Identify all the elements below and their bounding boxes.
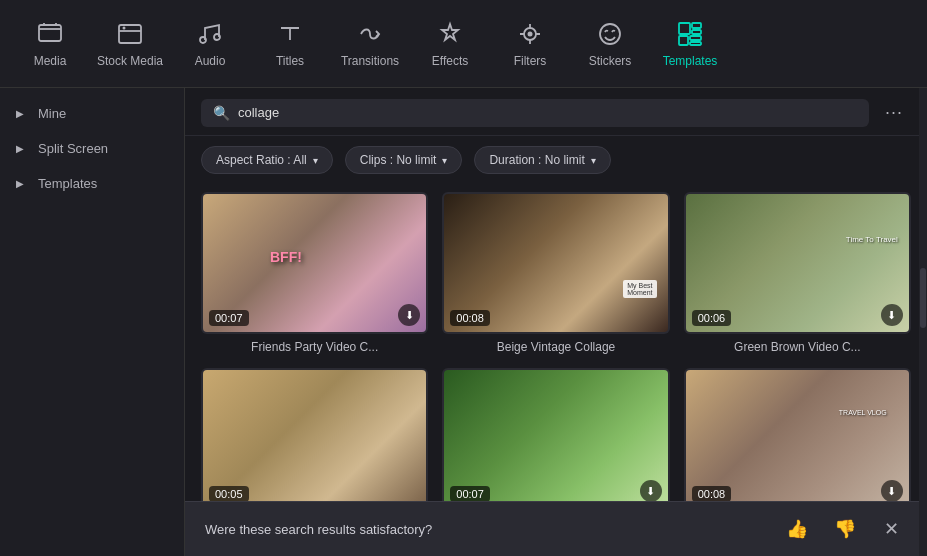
sidebar-label-mine: Mine <box>38 106 66 121</box>
nav-label-templates: Templates <box>663 54 718 68</box>
feedback-text: Were these search results satisfactory? <box>205 522 766 537</box>
duration-filter[interactable]: Duration : No limit ▾ <box>474 146 610 174</box>
svg-rect-8 <box>679 23 690 34</box>
svg-rect-9 <box>692 23 701 28</box>
svg-point-2 <box>123 26 126 29</box>
nav-item-media[interactable]: Media <box>10 4 90 84</box>
thumb-image: My BestMoment 00:08 <box>444 194 667 332</box>
aspect-ratio-filter[interactable]: Aspect Ratio : All ▾ <box>201 146 333 174</box>
template-name: Green Brown Video C... <box>684 340 911 354</box>
chevron-right-icon-2: ▶ <box>16 143 24 154</box>
nav-label-transitions: Transitions <box>341 54 399 68</box>
chevron-right-icon-3: ▶ <box>16 178 24 189</box>
sidebar-label-templates: Templates <box>38 176 97 191</box>
thumb-image: 00:07 ⬇ <box>444 370 667 501</box>
nav-label-filters: Filters <box>514 54 547 68</box>
nav-label-effects: Effects <box>432 54 468 68</box>
svg-point-3 <box>200 37 206 43</box>
more-options-button[interactable]: ··· <box>877 98 911 127</box>
chevron-down-icon-3: ▾ <box>591 155 596 166</box>
thumbs-up-button[interactable]: 👍 <box>780 516 814 542</box>
list-item[interactable]: 00:05 Retro Recording Hand... <box>201 368 428 501</box>
right-panel: 🔍 ··· Aspect Ratio : All ▾ Clips : No li… <box>185 88 927 556</box>
top-nav: Media Stock Media Audio Titles Transitio… <box>0 0 927 88</box>
sidebar-item-templates[interactable]: ▶ Templates <box>0 166 184 201</box>
nav-item-templates[interactable]: Templates <box>650 4 730 84</box>
nav-item-titles[interactable]: Titles <box>250 4 330 84</box>
aspect-ratio-label: Aspect Ratio : All <box>216 153 307 167</box>
nav-label-media: Media <box>34 54 67 68</box>
feedback-bar: Were these search results satisfactory? … <box>185 501 927 556</box>
list-item[interactable]: BFF! 00:07 ⬇ Friends Party Video C... <box>201 192 428 354</box>
duration-badge: 00:08 <box>692 486 732 501</box>
svg-rect-12 <box>690 36 701 40</box>
svg-point-6 <box>528 31 533 36</box>
thumbs-down-button[interactable]: 👎 <box>828 516 862 542</box>
nav-item-transitions[interactable]: Transitions <box>330 4 410 84</box>
duration-label: Duration : No limit <box>489 153 584 167</box>
search-input-wrapper[interactable]: 🔍 <box>201 99 869 127</box>
thumbnail: Time To Travel 00:06 ⬇ <box>684 192 911 334</box>
duration-badge: 00:08 <box>450 310 490 326</box>
nav-item-effects[interactable]: Effects <box>410 4 490 84</box>
duration-badge: 00:07 <box>450 486 490 501</box>
sidebar-item-split-screen[interactable]: ▶ Split Screen <box>0 131 184 166</box>
scrollbar-track <box>919 88 927 556</box>
svg-point-4 <box>214 34 220 40</box>
filter-row: Aspect Ratio : All ▾ Clips : No limit ▾ … <box>185 136 927 184</box>
nav-item-audio[interactable]: Audio <box>170 4 250 84</box>
thumb-overlay-travel-text: TRAVEL VLOG <box>839 409 887 416</box>
download-icon: ⬇ <box>640 480 662 501</box>
list-item[interactable]: TRAVEL VLOG 00:08 ⬇ Travel Vlog 01 <box>684 368 911 501</box>
svg-rect-13 <box>690 42 701 45</box>
thumb-overlay-text: Time To Travel <box>846 235 898 244</box>
svg-rect-0 <box>39 25 61 41</box>
thumb-image: TRAVEL VLOG 00:08 ⬇ <box>686 370 909 501</box>
sidebar-label-split-screen: Split Screen <box>38 141 108 156</box>
nav-label-stickers: Stickers <box>589 54 632 68</box>
thumbnail: TRAVEL VLOG 00:08 ⬇ <box>684 368 911 501</box>
chevron-right-icon: ▶ <box>16 108 24 119</box>
template-name: Beige Vintage Collage <box>442 340 669 354</box>
thumb-image: Time To Travel 00:06 ⬇ <box>686 194 909 332</box>
list-item[interactable]: Time To Travel 00:06 ⬇ Green Brown Video… <box>684 192 911 354</box>
close-feedback-button[interactable]: ✕ <box>876 516 907 542</box>
chevron-down-icon: ▾ <box>313 155 318 166</box>
list-item[interactable]: My BestMoment 00:08 Beige Vintage Collag… <box>442 192 669 354</box>
duration-badge: 00:05 <box>209 486 249 501</box>
thumb-overlay-text: BFF! <box>270 249 302 265</box>
thumb-overlay-text: My BestMoment <box>623 280 656 298</box>
nav-item-stickers[interactable]: Stickers <box>570 4 650 84</box>
nav-item-filters[interactable]: Filters <box>490 4 570 84</box>
svg-point-7 <box>600 24 620 44</box>
svg-rect-10 <box>692 30 701 34</box>
thumbnail: 00:07 ⬇ <box>442 368 669 501</box>
main-content: ▶ Mine ▶ Split Screen ▶ Templates 🔍 ··· … <box>0 88 927 556</box>
list-item[interactable]: 00:07 ⬇ Retro Graffiti Collage <box>442 368 669 501</box>
sidebar: ▶ Mine ▶ Split Screen ▶ Templates <box>0 88 185 556</box>
download-icon: ⬇ <box>881 304 903 326</box>
duration-badge: 00:06 <box>692 310 732 326</box>
nav-item-stock-media[interactable]: Stock Media <box>90 4 170 84</box>
svg-rect-11 <box>679 36 688 45</box>
sidebar-item-mine[interactable]: ▶ Mine <box>0 96 184 131</box>
download-icon: ⬇ <box>881 480 903 501</box>
thumb-image: 00:05 <box>203 370 426 501</box>
thumbnail: My BestMoment 00:08 <box>442 192 669 334</box>
duration-badge: 00:07 <box>209 310 249 326</box>
thumb-image: BFF! 00:07 ⬇ <box>203 194 426 332</box>
template-name: Friends Party Video C... <box>201 340 428 354</box>
nav-label-titles: Titles <box>276 54 304 68</box>
nav-label-audio: Audio <box>195 54 226 68</box>
template-grid: BFF! 00:07 ⬇ Friends Party Video C... My… <box>201 192 911 501</box>
grid-container: BFF! 00:07 ⬇ Friends Party Video C... My… <box>185 184 927 501</box>
search-input[interactable] <box>238 105 857 120</box>
clips-label: Clips : No limit <box>360 153 437 167</box>
thumbnail: BFF! 00:07 ⬇ <box>201 192 428 334</box>
svg-rect-1 <box>119 25 141 43</box>
chevron-down-icon-2: ▾ <box>442 155 447 166</box>
scrollbar-thumb[interactable] <box>920 268 926 328</box>
search-icon: 🔍 <box>213 105 230 121</box>
search-bar: 🔍 ··· <box>185 88 927 136</box>
clips-filter[interactable]: Clips : No limit ▾ <box>345 146 463 174</box>
